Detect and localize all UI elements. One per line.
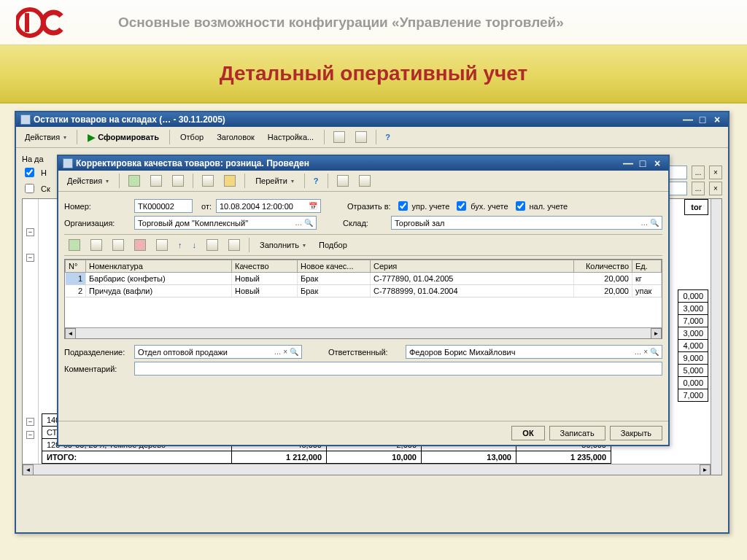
scroll-left-icon[interactable]: ◄ <box>23 464 34 475</box>
minimize-button[interactable]: — <box>622 158 635 168</box>
dept-label: Подразделение: <box>64 348 130 357</box>
tree-collapse-icon[interactable]: − <box>26 418 34 426</box>
scroll-right-icon[interactable]: ► <box>700 464 711 475</box>
slide-title: Детальный оперативный учет <box>220 62 528 85</box>
maximize-button[interactable]: □ <box>636 158 649 168</box>
scrollbar-horizontal[interactable]: ◄ ► <box>23 464 711 475</box>
col-newquality[interactable]: Новое качес... <box>298 260 371 273</box>
goto-menu[interactable]: Перейти▾ <box>251 174 298 187</box>
form-button[interactable]: ▶Сформировать <box>83 131 163 144</box>
ok-button[interactable]: ОК <box>511 426 544 440</box>
grid-header-row: N° Номенклатура Качество Новое качес... … <box>66 260 662 273</box>
grid-sort-asc-icon[interactable] <box>204 237 221 253</box>
resp-field[interactable]: Федоров Борис Михайлович … × 🔍 <box>406 345 662 359</box>
window-icon <box>20 114 31 125</box>
header-button[interactable]: Заголовок <box>212 131 259 144</box>
select-button[interactable]: Подбор <box>314 238 352 252</box>
ellipsis-button[interactable]: ... <box>692 166 705 179</box>
col-n[interactable]: N° <box>66 260 86 273</box>
toolbar-icon-nav1[interactable] <box>125 173 143 189</box>
number-label: Номер: <box>64 202 130 211</box>
grid-down-icon[interactable]: ↓ <box>190 238 200 252</box>
col-qty[interactable]: Количество <box>574 260 632 273</box>
slide-header: Основные возможности конфигурации «Управ… <box>0 0 747 45</box>
toolbar-icon-1[interactable] <box>330 129 348 145</box>
grid-copy-icon[interactable] <box>109 237 127 253</box>
col-series[interactable]: Серия <box>371 260 574 273</box>
toolbar-stock: Действия▾ ▶Сформировать Отбор Заголовок … <box>16 127 728 148</box>
ellipsis-icon[interactable]: … × 🔍 <box>635 348 659 356</box>
clear-button[interactable]: × <box>709 166 722 179</box>
minimize-button[interactable]: — <box>681 114 694 125</box>
maximize-button[interactable]: □ <box>696 114 709 125</box>
clear-button-2[interactable]: × <box>709 182 722 195</box>
grid-row[interactable]: 2 Причуда (вафли) Новый Брак С-7788999, … <box>66 285 662 298</box>
close-button[interactable]: × <box>711 114 724 125</box>
toolbar-icon-post[interactable] <box>221 173 239 189</box>
col-unit[interactable]: Ед. <box>632 260 662 273</box>
scrollbar-vertical[interactable] <box>711 199 721 475</box>
number-field[interactable]: ТК000002 <box>134 199 193 213</box>
tree-collapse-icon[interactable]: − <box>26 254 34 262</box>
filter-button[interactable]: Отбор <box>176 131 208 144</box>
toolbar-icon-copy[interactable] <box>199 173 217 189</box>
toolbar-icon-struct2[interactable] <box>356 173 374 189</box>
from-label: от: <box>201 202 212 211</box>
org-label: Организация: <box>64 219 130 228</box>
settings-button[interactable]: Настройка... <box>263 131 318 144</box>
chk-tax[interactable]: нал. учете <box>513 199 568 213</box>
ellipsis-button-2[interactable]: ... <box>692 182 705 195</box>
close-button[interactable]: × <box>651 158 664 168</box>
filter-label-1: Н <box>41 168 47 177</box>
date-field[interactable]: 10.08.2004 12:00:00 📅 <box>216 199 321 213</box>
grid-delete-icon[interactable] <box>131 237 149 253</box>
ellipsis-icon[interactable]: … 🔍 <box>640 219 659 227</box>
toolbar-icon-nav3[interactable] <box>169 173 187 189</box>
wh-field[interactable]: Торговый зал … 🔍 <box>391 216 662 230</box>
filter-chk-2[interactable] <box>25 184 34 193</box>
grid-scrollbar[interactable]: ◄ ► <box>65 327 662 338</box>
resp-label: Ответственный: <box>328 348 401 357</box>
org-field[interactable]: Торговый дом "Комплексный" … 🔍 <box>134 216 317 230</box>
grid-insert-icon[interactable] <box>88 237 105 253</box>
grid-up-icon[interactable]: ↑ <box>175 238 185 252</box>
titlebar-quality[interactable]: Корректировка качества товаров: розница.… <box>58 156 668 171</box>
grid-add-icon[interactable] <box>66 237 83 253</box>
filter-chk-1[interactable] <box>25 168 34 177</box>
actions-menu[interactable]: Действия▾ <box>20 131 71 144</box>
save-button[interactable]: Записать <box>549 426 605 440</box>
fill-menu[interactable]: Заполнить▾ <box>255 238 310 252</box>
scroll-left-icon[interactable]: ◄ <box>65 328 76 339</box>
tree-collapse-icon[interactable]: − <box>26 431 34 439</box>
actions-menu[interactable]: Действия▾ <box>63 174 113 187</box>
window-title: Остатки товаров на складах (… - 30.11.20… <box>31 114 681 125</box>
chk-mgmt[interactable]: упр. учете <box>395 199 450 213</box>
toolbar-icon-2[interactable] <box>352 129 370 145</box>
svg-rect-1 <box>25 13 29 32</box>
chk-acct[interactable]: бух. учете <box>454 199 508 213</box>
toolbar-icon-nav2[interactable] <box>147 173 165 189</box>
wh-label: Склад: <box>343 219 387 228</box>
items-grid: N° Номенклатура Качество Новое качес... … <box>64 259 662 339</box>
help-icon[interactable]: ? <box>382 131 393 144</box>
grid-sort-desc-icon[interactable] <box>225 237 243 253</box>
dept-field[interactable]: Отдел оптовой продажи … × 🔍 <box>134 345 302 359</box>
scroll-right-icon[interactable]: ► <box>651 328 662 339</box>
titlebar-stock[interactable]: Остатки товаров на складах (… - 30.11.20… <box>16 112 728 127</box>
grid-edit-icon[interactable] <box>153 237 171 253</box>
toolbar-icon-struct1[interactable] <box>334 173 352 189</box>
ellipsis-icon[interactable]: … 🔍 <box>295 219 313 227</box>
help-icon[interactable]: ? <box>311 174 322 187</box>
slide-title-band: Детальный оперативный учет <box>0 45 747 104</box>
tree-collapse-icon[interactable]: − <box>26 228 34 236</box>
comment-field[interactable] <box>134 362 662 376</box>
col-quality[interactable]: Качество <box>232 260 298 273</box>
window-title: Корректировка качества товаров: розница.… <box>73 158 622 168</box>
ellipsis-icon[interactable]: … × 🔍 <box>274 348 298 356</box>
svg-point-0 <box>17 9 43 36</box>
grid-row[interactable]: 1 Барбарис (конфеты) Новый Брак С-777890… <box>66 273 662 285</box>
calendar-icon[interactable]: 📅 <box>309 202 317 210</box>
close-button[interactable]: Закрыть <box>610 426 662 440</box>
comment-label: Комментарий: <box>64 365 130 373</box>
col-nomenclature[interactable]: Номенклатура <box>86 260 232 273</box>
